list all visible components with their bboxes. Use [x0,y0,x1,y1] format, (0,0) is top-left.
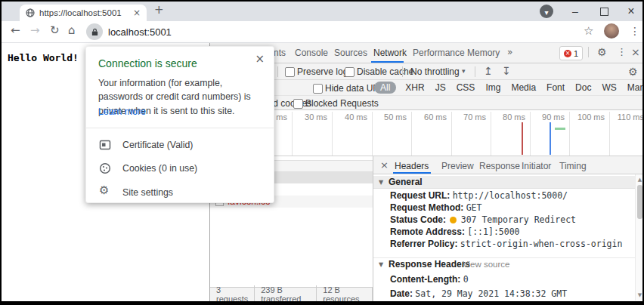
tab-sources[interactable]: Sources [334,48,367,58]
timeline-tick: 110 ms [609,112,642,122]
scrollbar-up-icon[interactable]: ▲ [636,177,642,183]
import-har-icon[interactable]: ↥ [484,66,493,76]
details-scrollbar[interactable]: ▲ ▼ [635,174,642,300]
browser-menu-icon[interactable]: ⋮ [630,26,640,36]
tab-strip: https://localhost:5001 × + ▾ – × [2,2,642,21]
tab-console[interactable]: Console [295,48,328,58]
new-tab-button[interactable]: + [154,5,164,16]
error-count: 1 [574,49,578,58]
filter-pill-media[interactable]: Media [509,82,537,94]
tab-memory[interactable]: Memory [467,48,500,58]
tab-preview[interactable]: Preview [441,161,474,171]
filter-pill-doc[interactable]: Doc [574,82,593,94]
popup-close-icon[interactable]: × [255,54,265,65]
header-value: Sat, 29 May 2021 14:38:32 GMT [415,288,567,299]
globe-favicon-icon [26,8,35,17]
timeline-tick: 40 ms [333,112,367,122]
media-controls-button[interactable]: ▾ [540,5,553,18]
export-har-icon[interactable]: ↧ [502,66,511,76]
tab-title: https://localhost:5001 [39,8,133,17]
reload-button[interactable]: ↻ [50,25,60,36]
filter-pill-js[interactable]: JS [434,82,447,94]
back-button[interactable]: ← [11,25,20,36]
popup-title: Connection is secure [98,57,197,69]
header-row: Remote Address: [::1]:5000 [390,226,520,237]
disable-cache-label: Disable cache [357,66,413,77]
gear-icon: ⚙ [99,185,109,196]
error-badge[interactable]: × 1 [559,46,583,60]
profile-avatar[interactable] [604,23,619,39]
preserve-log-checkbox[interactable] [285,67,295,77]
site-settings-menu-item[interactable]: ⚙ Site settings [86,182,274,203]
tab-network[interactable]: Network [373,48,407,58]
general-section-header[interactable]: ▼ General [373,176,636,189]
filter-pill-xhr[interactable]: XHR [404,82,426,94]
maximize-button[interactable] [593,3,615,20]
hide-data-urls-checkbox[interactable] [313,84,323,94]
response-headers-title: Response Headers [389,259,470,270]
lock-icon [91,28,99,36]
browser-toolbar: ← → ↻ ⌂ localhost:5001 ☆ ⋮ [2,21,642,43]
url-text[interactable]: localhost:5001 [108,26,172,38]
tab-response[interactable]: Response [479,161,520,171]
filter-pill-css[interactable]: CSS [455,82,477,94]
tab-initiator[interactable]: Initiator [522,161,551,171]
timeline-tick: 50 ms [372,112,407,122]
devtools-menu-icon[interactable]: ⋮ [617,47,627,57]
filter-pill-img[interactable]: Img [484,82,502,94]
devtools-close-icon[interactable]: × [631,47,640,57]
header-value: [::1]:5000 [467,226,519,237]
site-security-button[interactable] [86,23,103,40]
header-row: Date: Sat, 29 May 2021 14:38:32 GMT [390,288,567,299]
header-row: Content-Length: 0 [390,274,469,285]
collapse-triangle-icon: ▼ [379,261,383,268]
filter-pill-all[interactable]: All [374,82,396,94]
active-tab-underline [371,61,404,63]
scrollbar-thumb[interactable] [637,185,642,219]
view-source-link[interactable]: View source [463,260,509,269]
timeline-tick: 90 ms [530,112,565,122]
disable-cache-checkbox[interactable] [345,67,355,77]
filter-pill-ws[interactable]: WS [600,82,618,94]
blocked-requests-label: Blocked Requests [305,98,379,109]
timeline-tick: 60 ms [412,112,447,122]
details-close-icon[interactable]: × [380,160,389,170]
filter-pill-font[interactable]: Font [545,82,566,94]
tab-timing[interactable]: Timing [559,161,587,171]
tab-headers[interactable]: Headers [395,161,429,171]
blocked-requests-checkbox[interactable] [293,99,303,109]
details-tab-bar: × Headers Preview Response Initiator Tim… [373,156,642,174]
header-value: http://localhost:5000/ [453,190,568,201]
devtools-settings-icon[interactable]: ⚙ [597,47,607,57]
divider [277,66,278,77]
network-settings-icon[interactable]: ⚙ [628,66,638,77]
home-button[interactable]: ⌂ [68,25,76,36]
more-tabs-icon[interactable]: » [507,48,512,57]
bookmark-star-icon[interactable]: ☆ [584,26,593,37]
certificate-menu-item[interactable]: Certificate (Valid) [86,134,274,156]
browser-tab[interactable]: https://localhost:5001 × [20,5,147,21]
header-key: Referrer Policy: [390,239,457,249]
preserve-log-label: Preserve log [297,66,348,77]
filter-pill-manifest[interactable]: Manifest [626,82,642,94]
timeline-tick: 30 ms [293,112,327,122]
throttling-select[interactable]: No throttling [410,66,460,77]
header-key: Request URL: [390,190,450,201]
maximize-icon [600,8,608,16]
learn-more-link[interactable]: Learn more [98,106,146,117]
window-close-button[interactable]: × [620,3,642,20]
header-row: Request Method: GET [390,202,481,213]
page-text: Hello World! [8,52,79,63]
forward-button[interactable]: → [30,25,40,36]
network-overview-timeline[interactable]: 20 ms 30 ms 40 ms 50 ms 60 ms 70 ms 80 m… [210,110,642,156]
details-active-underline [393,172,431,174]
tab-performance[interactable]: Performance [413,48,465,58]
tab-close-icon[interactable]: × [133,8,141,17]
scrollbar-down-icon[interactable]: ▼ [636,292,642,298]
response-headers-section-header[interactable]: ▼ Response Headers View source [373,257,636,270]
minimize-button[interactable]: – [564,3,587,20]
cookies-menu-item[interactable]: Cookies (0 in use) [86,158,274,179]
window-content: https://localhost:5001 × + ▾ – × ← → ↻ ⌂… [2,2,642,301]
header-key: Content-Length: [390,274,460,285]
header-key: Date: [390,288,413,299]
